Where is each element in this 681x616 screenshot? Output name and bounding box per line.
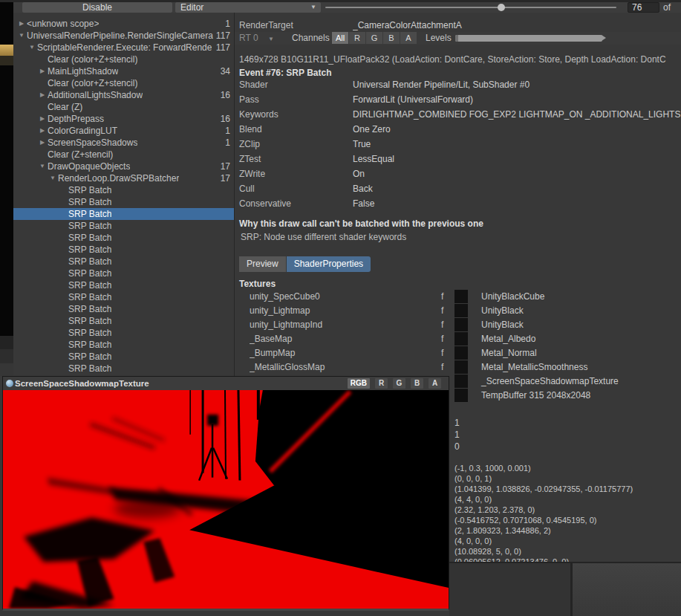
preview-channel-button[interactable]: A — [429, 378, 441, 389]
texture-thumbnail — [454, 332, 468, 346]
channel-button[interactable]: A — [400, 32, 417, 44]
preview-channel-button[interactable]: G — [393, 378, 405, 389]
tree-row[interactable]: SRP Batch — [13, 256, 234, 268]
texture-property: _BaseMap — [250, 334, 435, 344]
rt-dropdown[interactable]: RT 0 ▼ — [239, 33, 274, 43]
tree-row[interactable]: SRP Batch — [13, 196, 234, 208]
property-value: Back — [353, 184, 681, 194]
tree-row-label: ScriptableRenderer.Execute: ForwardRende — [37, 42, 212, 54]
detail-tab[interactable]: ShaderProperties — [287, 256, 371, 272]
tree-expand-icon[interactable]: ▶ — [37, 113, 48, 125]
texture-row[interactable]: unity_SpecCube0 f UnityBlackCube — [235, 290, 681, 304]
tree-expand-icon[interactable]: ▼ — [16, 30, 27, 42]
tree-row[interactable]: Clear (Z) — [13, 101, 234, 113]
tree-row[interactable]: SRP Batch — [13, 208, 234, 220]
texture-property: unity_Lightmap — [250, 305, 435, 316]
tree-row[interactable]: SRP Batch — [13, 363, 234, 375]
disable-button[interactable]: Disable — [22, 2, 172, 13]
tree-row[interactable]: ▶ DepthPrepass 16 — [13, 113, 234, 125]
texture-row[interactable]: _BumpMap f Metal_Normal — [235, 346, 681, 360]
float-values: 110 — [454, 417, 460, 453]
tree-expand-icon[interactable]: ▶ — [37, 125, 48, 137]
texture-thumbnail — [454, 375, 468, 388]
texture-row[interactable]: _MetallicGlossMap f Metal_MetallicSmooth… — [235, 360, 681, 375]
tree-row-label: SRP Batch — [68, 363, 111, 375]
tree-row[interactable]: ▼ RenderLoop.DrawSRPBatcher 17 — [13, 172, 234, 184]
property-value: True — [353, 139, 681, 149]
tree-row[interactable]: Clear (color+Z+stencil) — [13, 54, 234, 65]
tree-row[interactable]: SRP Batch — [13, 268, 234, 279]
tree-row[interactable]: SRP Batch — [13, 184, 234, 196]
tree-row[interactable]: ▶ ScreenSpaceShadows 1 — [13, 137, 234, 149]
tree-expand-icon[interactable]: ▶ — [37, 65, 48, 77]
tree-row-label: SRP Batch — [68, 327, 111, 339]
detail-tab[interactable]: Preview — [239, 256, 286, 272]
channel-button[interactable]: R — [349, 32, 365, 44]
channel-button[interactable]: B — [383, 32, 400, 44]
levels-slider[interactable] — [455, 35, 602, 42]
tree-row[interactable]: ▼ ScriptableRenderer.Execute: ForwardRen… — [13, 42, 234, 54]
tree-row[interactable]: ▼ DrawOpaqueObjects 17 — [13, 161, 234, 172]
tree-row[interactable]: SRP Batch — [13, 244, 234, 256]
tree-row-label: Clear (color+Z+stencil) — [48, 77, 137, 89]
tree-row[interactable]: ▶ <unknown scope> 1 — [13, 18, 234, 30]
tree-expand-icon[interactable]: ▶ — [37, 137, 48, 149]
tree-expand-icon[interactable]: ▶ — [37, 89, 48, 101]
tree-expand-icon[interactable]: ▼ — [48, 172, 58, 184]
tree-row-count: 17 — [221, 172, 234, 184]
float-value: 1 — [454, 429, 460, 441]
tree-row[interactable]: ▶ MainLightShadow 34 — [13, 65, 234, 77]
texture-name: _ScreenSpaceShadowmapTexture — [481, 376, 619, 386]
tree-row[interactable]: Clear (Z+stencil) — [13, 149, 234, 161]
shadowmap-render — [3, 390, 449, 609]
tree-row[interactable]: SRP Batch — [13, 339, 234, 351]
background-panel — [573, 563, 681, 616]
tree-row-label: SRP Batch — [68, 268, 111, 279]
tree-row[interactable]: ▶ AdditionalLightsShadow 16 — [13, 89, 234, 101]
texture-name: UnityBlackCube — [481, 291, 544, 302]
levels-label: Levels — [426, 33, 452, 43]
tree-row[interactable]: SRP Batch — [13, 303, 234, 315]
frame-slider[interactable] — [325, 7, 616, 8]
tree-row[interactable]: SRP Batch — [13, 232, 234, 244]
channel-button[interactable]: G — [366, 32, 382, 44]
sphere-icon — [6, 380, 13, 387]
property-value: ForwardLit (UniversalForward) — [353, 94, 681, 105]
tree-row-label: SRP Batch — [68, 208, 111, 220]
property-label: ZWrite — [239, 169, 265, 179]
texture-row[interactable]: unity_LightmapInd f UnityBlack — [235, 318, 681, 332]
vector-value: (10.08928, 5, 0, 0) — [454, 546, 633, 557]
tree-row[interactable]: ▼ UniversalRenderPipeline.RenderSingleCa… — [13, 30, 234, 42]
capture-target-dropdown[interactable]: Editor ▼ — [175, 2, 321, 13]
frame-slider-handle[interactable] — [498, 4, 505, 11]
texture-thumbnail — [454, 346, 468, 360]
tree-row[interactable]: SRP Batch — [13, 351, 234, 363]
preview-channel-button[interactable]: R — [375, 378, 388, 389]
tree-row-count: 1 — [225, 125, 234, 137]
tree-row[interactable]: SRP Batch — [13, 315, 234, 327]
tree-row-label: DrawOpaqueObjects — [48, 161, 130, 172]
property-value: False — [353, 198, 681, 209]
shadowmap-preview-image — [3, 390, 449, 609]
tree-row[interactable]: SRP Batch — [13, 291, 234, 303]
chevron-down-icon: ▼ — [310, 2, 316, 13]
tree-row[interactable]: SRP Batch — [13, 279, 234, 291]
preview-channel-buttons: RGBRGBA — [348, 378, 441, 389]
tree-row[interactable]: Clear (color+Z+stencil) — [13, 77, 234, 89]
tree-expand-icon[interactable]: ▼ — [37, 161, 48, 172]
preview-channel-button[interactable]: B — [411, 378, 423, 389]
preview-titlebar[interactable]: ScreenSpaceShadowmapTexture RGBRGBA — [3, 377, 449, 390]
frame-number-input[interactable]: 76 — [628, 2, 659, 13]
tree-row[interactable]: ▶ ColorGradingLUT 1 — [13, 125, 234, 137]
tree-row[interactable]: SRP Batch — [13, 220, 234, 232]
channel-button[interactable]: All — [332, 32, 348, 44]
tree-expand-icon[interactable]: ▼ — [27, 42, 37, 54]
texture-row[interactable]: unity_Lightmap f UnityBlack — [235, 304, 681, 318]
tree-expand-icon[interactable]: ▶ — [16, 18, 27, 30]
texture-row[interactable]: _BaseMap f Metal_Albedo — [235, 332, 681, 346]
tree-row[interactable]: SRP Batch — [13, 327, 234, 339]
preview-channel-button[interactable]: RGB — [348, 378, 370, 389]
texture-flag: f — [441, 362, 443, 372]
tree-row-label: SRP Batch — [68, 303, 111, 315]
texture-preview-window: ScreenSpaceShadowmapTexture RGBRGBA — [2, 376, 449, 611]
